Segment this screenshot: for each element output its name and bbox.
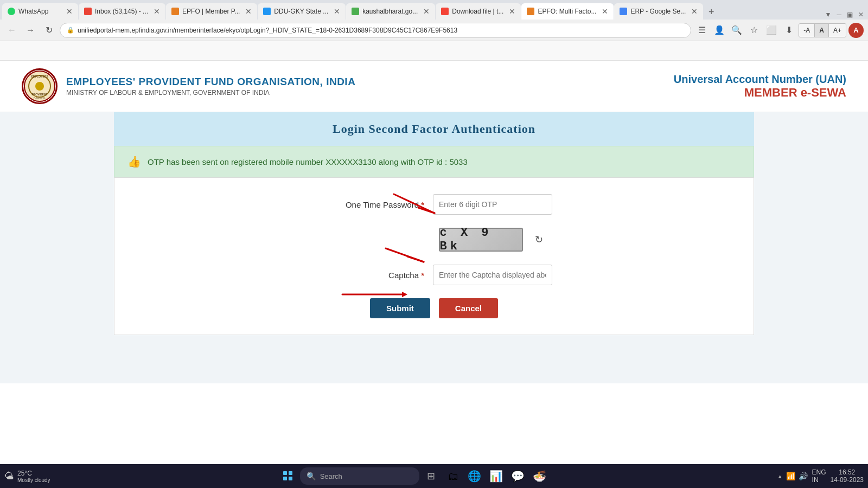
taskbar-right: ▲ 📶 🔊 ENG IN 16:52 14-09-2023 bbox=[777, 468, 864, 484]
excel-icon[interactable]: 📊 bbox=[487, 466, 506, 486]
zoom-icon[interactable]: 🔍 bbox=[729, 23, 744, 38]
tab-gmail[interactable]: Inbox (53,145) - ... ✕ bbox=[79, 3, 165, 20]
font-normal-button[interactable]: A bbox=[815, 24, 829, 37]
taskbar-search-bar[interactable]: 🔍 Search bbox=[300, 467, 419, 485]
tab-close-gmail[interactable]: ✕ bbox=[154, 7, 160, 16]
url-text: unifiedportal-mem.epfindia.gov.in/member… bbox=[78, 27, 684, 34]
system-tray-up-arrow[interactable]: ▲ bbox=[777, 473, 783, 479]
tab-label-ddu-gky: DDU-GKY State ... bbox=[274, 8, 328, 15]
tab-download[interactable]: Download file | t... ✕ bbox=[436, 3, 521, 20]
page-content: EMPLOYEES PROVIDENT FUND ORG. EMPLOYEES'… bbox=[0, 61, 868, 486]
captcha-refresh-button[interactable]: ↻ bbox=[532, 232, 547, 247]
svg-text:PROVIDENT: PROVIDENT bbox=[31, 93, 47, 96]
weather-temp: 25°C bbox=[17, 470, 50, 477]
form-buttons-row: Submit Cancel bbox=[131, 298, 737, 318]
epfo-header: EMPLOYEES PROVIDENT FUND ORG. EMPLOYEES'… bbox=[0, 61, 868, 112]
tab-close-kaushal[interactable]: ✕ bbox=[423, 7, 430, 16]
user-avatar[interactable]: A bbox=[848, 23, 864, 38]
captcha-required-star: * bbox=[421, 271, 424, 280]
back-button[interactable]: ← bbox=[4, 23, 20, 38]
tab-whatsapp[interactable]: WhatsApp ✕ bbox=[2, 3, 78, 20]
captcha-form-row: Captcha * bbox=[131, 265, 737, 285]
cast-icon[interactable]: ⬜ bbox=[764, 23, 779, 38]
epfo-org-name: EMPLOYEES' PROVIDENT FUND ORGANISATION, … bbox=[66, 76, 355, 88]
forward-button[interactable]: → bbox=[23, 23, 38, 38]
restore-button[interactable]: ▣ bbox=[845, 10, 855, 20]
tab-label-epfo-multi: EPFO: Multi Facto... bbox=[538, 8, 596, 15]
nav-icons: ☰ 👤 🔍 ☆ ⬜ ⬇ -A A A+ A bbox=[694, 23, 864, 38]
tab-favicon-gmail bbox=[84, 8, 92, 15]
minimize-button[interactable]: ─ bbox=[834, 10, 844, 20]
network-icon: 📶 bbox=[786, 472, 795, 480]
epfo-logo: EMPLOYEES PROVIDENT FUND ORG. bbox=[22, 68, 58, 104]
time: 16:52 bbox=[831, 468, 864, 476]
file-explorer-icon[interactable]: 🗂 bbox=[443, 466, 463, 486]
teams-icon[interactable]: 💬 bbox=[508, 466, 528, 486]
epfo-logo-svg: EMPLOYEES PROVIDENT FUND ORG. bbox=[23, 70, 56, 102]
tab-label-download: Download file | t... bbox=[452, 8, 503, 15]
bookmark-bar bbox=[0, 41, 868, 61]
captcha-image-row: c X 9 Bk ↻ bbox=[131, 228, 737, 252]
tab-favicon-epfo-member bbox=[171, 8, 179, 15]
member-sewa-label: MEMBER e-SEWA bbox=[674, 86, 846, 100]
otp-label: One Time Password * bbox=[316, 200, 424, 209]
address-bar[interactable]: 🔒 unifiedportal-mem.epfindia.gov.in/memb… bbox=[60, 23, 691, 38]
food-icon[interactable]: 🍜 bbox=[530, 466, 550, 486]
tab-bar: WhatsApp ✕ Inbox (53,145) - ... ✕ EPFO |… bbox=[0, 0, 868, 20]
download-icon[interactable]: ⬇ bbox=[781, 23, 796, 38]
otp-form-row: One Time Password * bbox=[131, 194, 737, 215]
star-icon[interactable]: ☆ bbox=[746, 23, 762, 38]
svg-line-9 bbox=[407, 256, 424, 262]
font-decrease-button[interactable]: -A bbox=[799, 24, 815, 37]
epfo-ministry: MINISTRY OF LABOUR & EMPLOYMENT, GOVERNM… bbox=[66, 89, 355, 97]
task-view-button[interactable]: ⊞ bbox=[422, 466, 441, 486]
tab-label-kaushal: kaushalbharat.go... bbox=[362, 8, 418, 15]
otp-info-box: 👍 OTP has been sent on registered mobile… bbox=[114, 146, 754, 177]
tab-kaushal[interactable]: kaushalbharat.go... ✕ bbox=[346, 3, 435, 20]
tab-scroll-left[interactable]: ▼ bbox=[823, 10, 834, 20]
tab-close-download[interactable]: ✕ bbox=[509, 7, 515, 16]
tab-favicon-erp bbox=[620, 8, 627, 15]
font-increase-button[interactable]: A+ bbox=[829, 24, 846, 37]
svg-text:EMPLOYEES: EMPLOYEES bbox=[31, 75, 48, 78]
tab-close-epfo-multi[interactable]: ✕ bbox=[602, 7, 608, 16]
tab-epfo-member[interactable]: EPFO | Member P... ✕ bbox=[166, 3, 257, 20]
system-tray: ▲ 📶 🔊 bbox=[777, 472, 808, 480]
tab-close-whatsapp[interactable]: ✕ bbox=[66, 7, 73, 16]
language-indicator: ENG IN bbox=[812, 468, 826, 484]
extensions-icon[interactable]: ☰ bbox=[694, 23, 710, 38]
clock: 16:52 14-09-2023 bbox=[831, 468, 864, 484]
browser-taskbar-icon[interactable]: 🌐 bbox=[465, 466, 484, 486]
captcha-input[interactable] bbox=[433, 265, 552, 285]
tab-close-ddu-gky[interactable]: ✕ bbox=[334, 7, 340, 16]
security-lock-icon: 🔒 bbox=[67, 27, 74, 34]
tab-arrows: ▼ ─ ▣ ✕ bbox=[823, 10, 866, 20]
reload-button[interactable]: ↻ bbox=[41, 23, 56, 38]
tab-label-gmail: Inbox (53,145) - ... bbox=[95, 8, 148, 15]
epfo-right-header: Universal Account Number (UAN) MEMBER e-… bbox=[674, 73, 846, 100]
start-button[interactable] bbox=[278, 466, 298, 486]
otp-required-star: * bbox=[421, 200, 424, 209]
epfo-title-section: EMPLOYEES' PROVIDENT FUND ORGANISATION, … bbox=[66, 76, 355, 97]
windows-logo-icon bbox=[283, 471, 293, 481]
new-tab-button[interactable]: + bbox=[704, 4, 719, 20]
otp-info-text: OTP has been sent on registered mobile n… bbox=[148, 157, 468, 166]
otp-input[interactable] bbox=[433, 194, 552, 215]
cancel-button[interactable]: Cancel bbox=[439, 298, 498, 318]
taskbar-left: 🌤 25°C Mostly cloudy bbox=[4, 470, 50, 483]
weather-desc: Mostly cloudy bbox=[17, 477, 50, 483]
taskbar-search-text: Search bbox=[320, 472, 342, 480]
profile-icon[interactable]: 👤 bbox=[712, 23, 727, 38]
tab-epfo-multi[interactable]: EPFO: Multi Facto... ✕ bbox=[521, 3, 614, 20]
date: 14-09-2023 bbox=[831, 476, 864, 484]
taskbar-center: 🔍 Search ⊞ 🗂 🌐 📊 💬 🍜 bbox=[278, 466, 550, 486]
tab-close-epfo-member[interactable]: ✕ bbox=[245, 7, 252, 16]
close-window-button[interactable]: ✕ bbox=[856, 10, 866, 20]
submit-button[interactable]: Submit bbox=[370, 298, 430, 318]
tab-close-erp[interactable]: ✕ bbox=[691, 7, 698, 16]
tab-favicon-epfo-multi bbox=[527, 8, 534, 15]
tab-favicon-kaushal bbox=[352, 8, 359, 15]
tab-ddu-gky[interactable]: DDU-GKY State ... ✕ bbox=[258, 3, 346, 20]
tab-erp[interactable]: ERP - Google Se... ✕ bbox=[614, 3, 703, 20]
weather-info: 25°C Mostly cloudy bbox=[17, 470, 50, 483]
